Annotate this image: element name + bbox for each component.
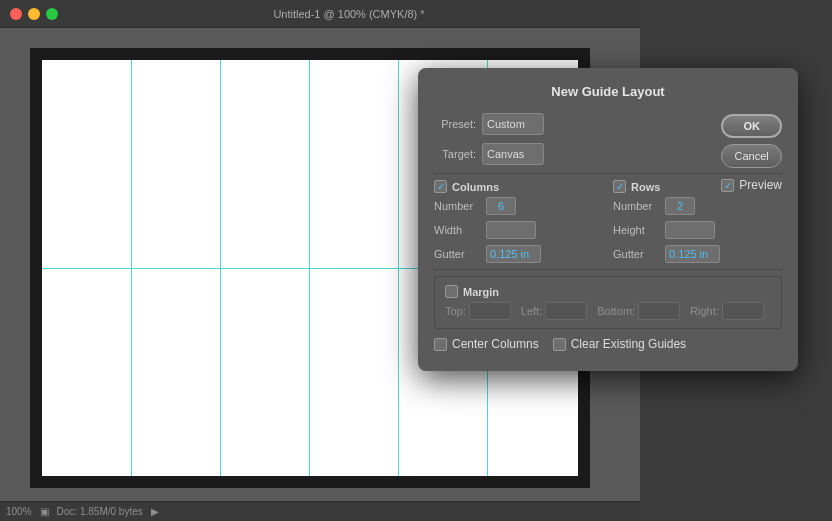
margin-left-input[interactable]	[545, 302, 587, 320]
columns-label: Columns	[452, 181, 499, 193]
rows-gutter-input[interactable]	[665, 245, 720, 263]
close-button[interactable]	[10, 8, 22, 20]
maximize-button[interactable]	[46, 8, 58, 20]
rows-gutter-label: Gutter	[613, 248, 661, 260]
columns-width-label: Width	[434, 224, 482, 236]
margin-bottom-label: Bottom:	[597, 305, 635, 317]
arrow-icon: ▶	[151, 506, 159, 517]
columns-number-row: Number	[434, 197, 603, 215]
target-label: Target:	[434, 148, 476, 160]
preset-label: Preset:	[434, 118, 476, 130]
margin-right-input[interactable]	[722, 302, 764, 320]
bottom-checkboxes: Center Columns Clear Existing Guides	[434, 337, 782, 355]
minimize-button[interactable]	[28, 8, 40, 20]
preview-label: Preview	[739, 178, 782, 192]
columns-checkbox[interactable]	[434, 180, 447, 193]
new-guide-layout-dialog: New Guide Layout Preset: Custom Target: …	[418, 68, 798, 371]
margin-fields: Top: Left: Bottom: Right:	[445, 302, 771, 320]
target-select[interactable]: Canvas	[482, 143, 544, 165]
rows-number-input[interactable]	[665, 197, 695, 215]
canvas-bottom-bar: 100% ▣ Doc: 1.85M/0 bytes ▶	[0, 501, 640, 521]
clear-guides-label: Clear Existing Guides	[571, 337, 686, 351]
columns-number-input[interactable]	[486, 197, 516, 215]
doc-info: Doc: 1.85M/0 bytes	[57, 506, 143, 517]
center-columns-label: Center Columns	[452, 337, 539, 351]
rows-height-label: Height	[613, 224, 661, 236]
margin-label: Margin	[463, 286, 499, 298]
margin-header: Margin	[445, 285, 771, 298]
margin-top-field: Top:	[445, 302, 511, 320]
columns-section: Columns Number Width Gutter	[434, 180, 603, 263]
rows-number-row: Number	[613, 197, 782, 215]
traffic-lights	[10, 8, 58, 20]
columns-width-row: Width	[434, 221, 603, 239]
margin-top-input[interactable]	[469, 302, 511, 320]
preset-select[interactable]: Custom	[482, 113, 544, 135]
columns-header: Columns	[434, 180, 603, 193]
center-columns-checkbox[interactable]	[434, 338, 447, 351]
margin-section: Margin Top: Left: Bottom: Right:	[434, 276, 782, 329]
ok-button[interactable]: OK	[721, 114, 782, 138]
center-columns-row: Center Columns	[434, 337, 539, 351]
columns-gutter-input[interactable]	[486, 245, 541, 263]
window-title: Untitled-1 @ 100% (CMYK/8) *	[68, 8, 630, 20]
divider-2	[434, 269, 782, 270]
margin-bottom-field: Bottom:	[597, 302, 680, 320]
margin-left-field: Left:	[521, 302, 587, 320]
margin-right-label: Right:	[690, 305, 719, 317]
margin-checkbox[interactable]	[445, 285, 458, 298]
clear-guides-checkbox[interactable]	[553, 338, 566, 351]
page-icon: ▣	[40, 506, 49, 517]
rows-label: Rows	[631, 181, 660, 193]
margin-left-label: Left:	[521, 305, 542, 317]
cancel-button[interactable]: Cancel	[721, 144, 782, 168]
columns-gutter-row: Gutter	[434, 245, 603, 263]
margin-right-field: Right:	[690, 302, 764, 320]
dialog-title: New Guide Layout	[434, 84, 782, 99]
rows-gutter-row: Gutter	[613, 245, 782, 263]
rows-height-row: Height	[613, 221, 782, 239]
dialog-buttons: OK Cancel Preview	[721, 114, 782, 196]
columns-gutter-label: Gutter	[434, 248, 482, 260]
zoom-level: 100%	[6, 506, 32, 517]
columns-width-input[interactable]	[486, 221, 536, 239]
clear-guides-row: Clear Existing Guides	[553, 337, 686, 351]
preview-row: Preview	[721, 178, 782, 192]
preview-checkbox[interactable]	[721, 179, 734, 192]
rows-checkbox[interactable]	[613, 180, 626, 193]
rows-number-label: Number	[613, 200, 661, 212]
columns-number-label: Number	[434, 200, 482, 212]
titlebar: Untitled-1 @ 100% (CMYK/8) *	[0, 0, 640, 28]
margin-bottom-input[interactable]	[638, 302, 680, 320]
rows-height-input[interactable]	[665, 221, 715, 239]
margin-top-label: Top:	[445, 305, 466, 317]
